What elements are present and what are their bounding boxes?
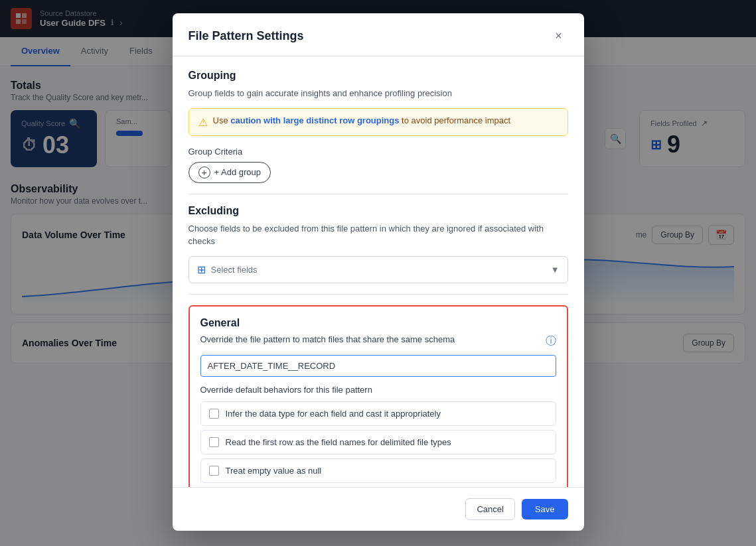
override-row: Override the file pattern to match files… xyxy=(200,334,556,348)
file-pattern-settings-modal: File Pattern Settings × Grouping Group f… xyxy=(173,13,584,531)
divider-2 xyxy=(189,294,568,295)
behaviors-label: Override default behaviors for this file… xyxy=(200,385,556,395)
override-schema-label: Override the file pattern to match files… xyxy=(200,334,540,344)
checkbox-treat-empty-label: Treat empty value as null xyxy=(226,466,322,476)
modal-header: File Pattern Settings × xyxy=(173,13,584,56)
divider-1 xyxy=(189,194,568,194)
warning-link[interactable]: caution with large distinct row grouping… xyxy=(230,115,399,125)
excluding-title: Excluding xyxy=(189,205,568,217)
excluding-section: Excluding Choose fields to be excluded f… xyxy=(189,205,568,283)
general-title: General xyxy=(200,317,556,329)
checkbox-first-row-label: Read the first row as the field names fo… xyxy=(226,437,451,447)
checkbox-first-row[interactable]: Read the first row as the field names fo… xyxy=(200,430,556,454)
grouping-section: Grouping Group fields to gain accurate i… xyxy=(189,70,568,183)
grouping-title: Grouping xyxy=(189,70,568,82)
warning-icon: ⚠ xyxy=(198,116,208,129)
modal-footer: Cancel Save xyxy=(173,487,584,531)
select-fields-dropdown[interactable]: ⊞ Select fields ▼ xyxy=(189,256,568,283)
grouping-description: Group fields to gain accurate insights a… xyxy=(189,87,568,100)
checkbox-first-row-icon xyxy=(209,437,219,447)
select-chevron-icon: ▼ xyxy=(551,265,560,275)
modal-body: Grouping Group fields to gain accurate i… xyxy=(173,56,584,487)
checkbox-infer-data-type[interactable]: Infer the data type for each field and c… xyxy=(200,401,556,426)
background-page: Source Datastore User Guide DFS ℹ › Over… xyxy=(0,0,756,546)
warning-banner: ⚠ Use caution with large distinct row gr… xyxy=(189,108,568,136)
add-group-button[interactable]: + + Add group xyxy=(189,162,271,183)
general-section: General Override the file pattern to mat… xyxy=(189,305,568,488)
checkbox-infer-icon xyxy=(209,409,219,419)
add-group-label: + Add group xyxy=(214,167,261,177)
warning-text: Use caution with large distinct row grou… xyxy=(213,115,511,125)
checkbox-infer-label: Infer the data type for each field and c… xyxy=(226,409,441,419)
modal-overlay[interactable]: File Pattern Settings × Grouping Group f… xyxy=(0,0,756,546)
select-fields-placeholder: Select fields xyxy=(211,265,258,275)
select-fields-icon: ⊞ xyxy=(197,263,206,276)
checkbox-treat-empty-icon xyxy=(209,466,219,476)
save-button[interactable]: Save xyxy=(522,499,568,519)
modal-title: File Pattern Settings xyxy=(189,29,304,43)
add-group-plus-icon: + xyxy=(198,167,210,178)
modal-close-button[interactable]: × xyxy=(550,27,568,45)
cancel-button[interactable]: Cancel xyxy=(465,498,514,520)
override-text-input[interactable] xyxy=(200,355,556,377)
checkbox-treat-empty[interactable]: Treat empty value as null xyxy=(200,458,556,483)
help-icon[interactable]: ⓘ xyxy=(546,334,556,348)
group-criteria-label: Group Criteria xyxy=(189,147,568,157)
excluding-description: Choose fields to be excluded from this f… xyxy=(189,222,568,248)
